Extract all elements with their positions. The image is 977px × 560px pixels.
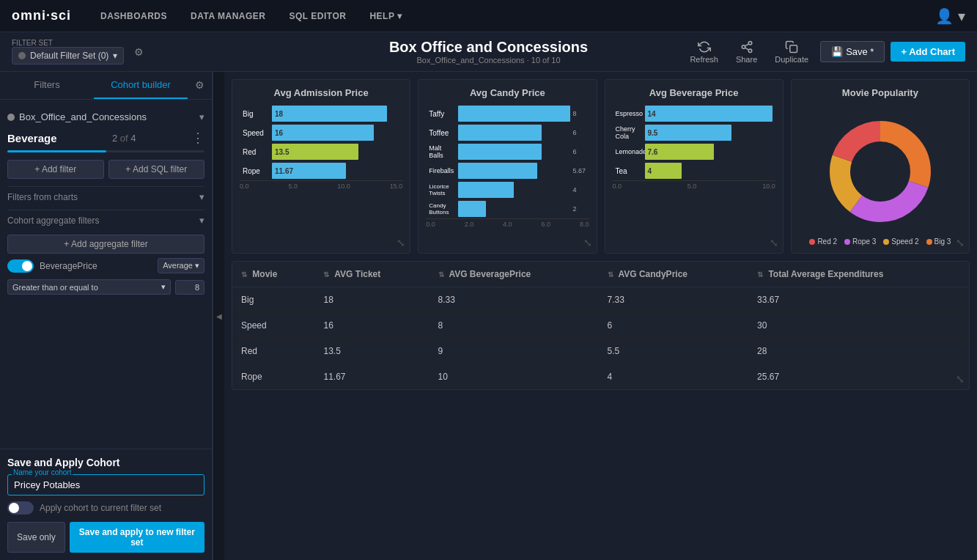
resize-handle[interactable]: ⤡ — [956, 237, 965, 248]
bar-row: Fireballs 5.67 — [429, 163, 586, 179]
nav-sql-editor[interactable]: SQL EDITOR — [286, 11, 349, 21]
chart-avg-admission: Avg Admission Price Big 18 Speed — [232, 79, 410, 254]
filter-menu-button[interactable]: ⋮ — [191, 130, 204, 146]
save-icon: 💾 — [831, 46, 843, 57]
sort-icon: ⇅ — [757, 270, 763, 279]
filter-icon[interactable]: ⚙ — [134, 46, 144, 58]
sidebar: Filters Cohort builder ⚙ Box_Office_and_… — [0, 72, 213, 560]
cell-total: 25.67 — [748, 364, 969, 390]
cohort-aggregate-section[interactable]: Cohort aggregate filters ▾ — [7, 210, 204, 230]
cohort-aggregate-label: Cohort aggregate filters — [7, 215, 99, 226]
chart-axis: 0.05.010.015.0 — [240, 180, 402, 190]
chevron-left-icon: ◀ — [216, 312, 222, 320]
refresh-icon — [698, 40, 711, 54]
col-total[interactable]: ⇅ Total Average Expenditures — [748, 262, 969, 287]
filter-progress-bar — [7, 150, 106, 152]
db-dot — [7, 114, 15, 121]
bar-row: Toffee 6 — [429, 125, 586, 141]
save-button[interactable]: 💾 Save * — [820, 41, 885, 62]
bar-row: Candy Buttons 2 — [429, 201, 586, 217]
save-buttons-row: Save only Save and apply to new filter s… — [7, 522, 204, 553]
user-menu[interactable]: 👤 ▾ — [935, 7, 965, 25]
bar: 16 — [272, 125, 374, 141]
add-filter-button[interactable]: + Add filter — [7, 160, 104, 179]
filter-set-area: Filter set Default Filter Set (0) ▾ ⚙ — [12, 39, 144, 65]
svg-line-3 — [745, 48, 748, 50]
nav-dashboards[interactable]: DASHBOARDS — [97, 11, 170, 21]
save-only-button[interactable]: Save only — [7, 522, 65, 553]
col-avg-ticket[interactable]: ⇅ AVG Ticket — [314, 262, 429, 287]
cell-avg-ticket: 11.67 — [314, 364, 429, 390]
table-row: Big 18 8.33 7.33 33.67 — [232, 287, 969, 313]
sidebar-inner: Box_Office_and_Concessions ▾ Beverage 2 … — [0, 100, 212, 449]
bar — [458, 106, 569, 122]
table-body: Big 18 8.33 7.33 33.67 Speed 16 8 6 30 — [232, 287, 969, 390]
condition-value-input[interactable] — [175, 280, 204, 295]
sidebar-settings-icon[interactable]: ⚙ — [188, 72, 212, 99]
filter-set-select[interactable]: Default Filter Set (0) ▾ — [12, 47, 124, 65]
cell-avg-bev: 10 — [429, 364, 599, 390]
table-row: Red 13.5 9 5.5 28 — [232, 339, 969, 364]
bar — [458, 125, 542, 141]
refresh-button[interactable]: Refresh — [684, 37, 724, 67]
bar-row: Cherry Cola 9.5 — [616, 125, 773, 141]
bar-row: Red 13.5 — [243, 144, 399, 160]
beverage-price-row: BeveragePrice Average ▾ — [7, 258, 204, 273]
chart-avg-candy: Avg Candy Price Taffy 8 Toffee — [418, 79, 597, 254]
bar-chart-admission: Big 18 Speed 16 — [240, 106, 402, 179]
resize-handle[interactable]: ⤡ — [397, 237, 405, 248]
beverage-price-toggle[interactable] — [7, 259, 34, 273]
col-avg-bev[interactable]: ⇅ AVG BeveragePrice — [429, 262, 599, 287]
filters-from-charts-section[interactable]: Filters from charts ▾ — [7, 186, 204, 207]
bar: 18 — [272, 106, 387, 122]
apply-cohort-toggle[interactable] — [7, 501, 34, 515]
donut-wrap — [799, 106, 962, 237]
add-aggregate-filter-button[interactable]: + Add aggregate filter — [7, 235, 204, 254]
tab-filters[interactable]: Filters — [0, 72, 94, 99]
donut-legend: Red 2 Rope 3 Speed 2 Big 3 — [799, 237, 962, 246]
tab-cohort-builder[interactable]: Cohort builder — [94, 72, 188, 99]
aggregate-select[interactable]: Average ▾ — [158, 258, 204, 273]
bar: 9.5 — [645, 125, 731, 141]
bar: 4 — [645, 163, 682, 179]
cell-total: 33.67 — [748, 287, 969, 313]
svg-point-10 — [851, 142, 910, 201]
cell-avg-candy: 5.5 — [599, 339, 748, 364]
col-avg-candy[interactable]: ⇅ AVG CandyPrice — [599, 262, 748, 287]
cohort-name-input[interactable] — [7, 474, 204, 495]
col-movie[interactable]: ⇅ Movie — [232, 262, 314, 287]
condition-select[interactable]: Greater than or equal to ▾ — [7, 279, 171, 295]
add-chart-button[interactable]: + Add Chart — [891, 42, 965, 62]
filter-progress — [7, 150, 204, 152]
chevron-down-icon: ▾ — [397, 11, 402, 21]
cell-avg-candy: 4 — [599, 364, 748, 390]
table-row: Rope 11.67 10 4 25.67 — [232, 364, 969, 390]
db-selector[interactable]: Box_Office_and_Concessions ▾ — [7, 107, 204, 127]
sort-icon: ⇅ — [241, 270, 247, 279]
share-button[interactable]: Share — [730, 37, 763, 67]
chevron-down-icon: ▾ — [199, 191, 204, 202]
resize-handle[interactable]: ⤡ — [770, 237, 778, 248]
add-filter-row: + Add filter + Add SQL filter — [7, 160, 204, 179]
data-table-card: ⇅ Movie ⇅ AVG Ticket ⇅ AVG BeveragePrice — [232, 261, 970, 390]
cell-avg-bev: 8 — [429, 313, 599, 339]
save-cohort-section: Save and Apply Cohort Name your cohort A… — [0, 449, 212, 560]
resize-handle[interactable]: ⤡ — [583, 237, 592, 248]
logo: omni·sci — [12, 8, 71, 23]
filter-name: Beverage — [7, 132, 57, 144]
save-and-apply-button[interactable]: Save and apply to new filter set — [70, 522, 204, 553]
svg-line-4 — [745, 43, 748, 45]
nav-help[interactable]: HELP ▾ — [366, 11, 405, 21]
duplicate-button[interactable]: Duplicate — [769, 37, 814, 67]
add-sql-filter-button[interactable]: + Add SQL filter — [108, 160, 205, 179]
share-icon — [740, 40, 753, 54]
sidebar-collapse[interactable]: ◀ — [213, 72, 224, 560]
cell-avg-bev: 8.33 — [429, 287, 599, 313]
filter-count: 2 of 4 — [112, 133, 136, 144]
nav-data-manager[interactable]: DATA MANAGER — [188, 11, 268, 21]
cell-avg-candy: 6 — [599, 313, 748, 339]
sort-icon: ⇅ — [323, 270, 329, 279]
apply-toggle-label: Apply cohort to current filter set — [40, 503, 161, 513]
bar-row: Tea 4 — [616, 163, 773, 179]
table-resize-handle[interactable]: ⤡ — [956, 373, 965, 385]
